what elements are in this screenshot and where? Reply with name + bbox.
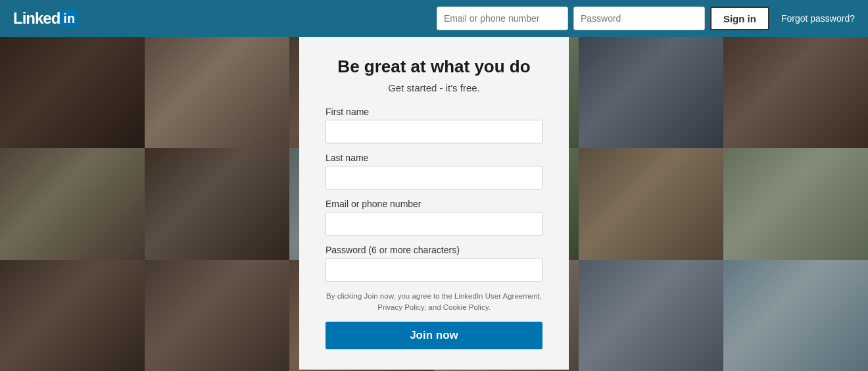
- logo: Linkedin: [13, 9, 78, 28]
- bg-cell: [0, 260, 145, 371]
- header: Linkedin Sign in Forgot password?: [0, 0, 868, 37]
- bg-cell: [579, 260, 723, 371]
- password-input[interactable]: [326, 258, 542, 282]
- header-inputs: Sign in Forgot password?: [437, 7, 855, 30]
- last-name-group: Last name: [326, 153, 542, 189]
- bg-cell: [145, 37, 289, 148]
- password-group: Password (6 or more characters): [326, 245, 542, 282]
- bg-cell: [723, 260, 868, 371]
- first-name-group: First name: [326, 107, 542, 143]
- email-group: Email or phone number: [326, 199, 542, 235]
- email-label: Email or phone number: [326, 199, 542, 209]
- signin-button[interactable]: Sign in: [710, 7, 769, 30]
- password-label: Password (6 or more characters): [326, 245, 542, 255]
- bg-cell: [145, 260, 289, 371]
- join-now-button[interactable]: Join now: [326, 322, 542, 349]
- bg-cell: [723, 148, 868, 259]
- logo-badge: in: [60, 10, 78, 28]
- first-name-input[interactable]: [326, 120, 542, 143]
- email-input[interactable]: [326, 212, 542, 235]
- header-password-input[interactable]: [573, 7, 705, 30]
- terms-text: By clicking Join now, you agree to the L…: [326, 291, 542, 314]
- last-name-input[interactable]: [326, 166, 542, 189]
- first-name-label: First name: [326, 107, 542, 117]
- bg-cell: [579, 148, 723, 259]
- modal-subtitle: Get started - it's free.: [326, 82, 542, 93]
- modal-title: Be great at what you do: [326, 57, 542, 77]
- bg-cell: [0, 37, 145, 148]
- last-name-label: Last name: [326, 153, 542, 163]
- bg-cell: [0, 148, 145, 259]
- bg-cell: [723, 37, 868, 148]
- header-email-input[interactable]: [437, 7, 568, 30]
- bg-cell: [579, 37, 723, 148]
- forgot-password-link[interactable]: Forgot password?: [781, 13, 855, 24]
- bg-cell: [145, 148, 289, 259]
- logo-text: Linked: [13, 9, 60, 28]
- registration-modal: Be great at what you do Get started - it…: [299, 37, 569, 370]
